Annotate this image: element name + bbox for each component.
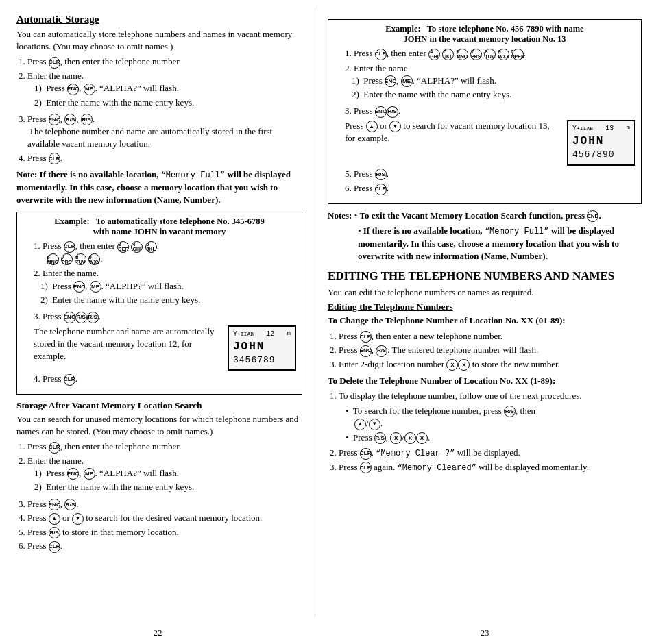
x-del3-btn: X — [416, 432, 428, 444]
automatic-storage-title: Automatic Storage — [16, 14, 302, 25]
example-box-auto-store: Example: To automatically store telephon… — [16, 212, 302, 395]
list-item: • To search for the telephone number, pr… — [346, 405, 642, 430]
display-name: JOHN — [233, 339, 291, 354]
list-item: Enter 2-digit location number XX to stor… — [339, 358, 642, 371]
display-indicator-r: m — [627, 124, 630, 134]
list-item: Press ENC, R/S, R/S. The telephone numbe… — [27, 113, 302, 151]
display-box-right: Y+IIAB 13 m JOHN 4567890 — [567, 120, 635, 166]
notes-header: Notes: • To exit the Vacant Memory Locat… — [328, 210, 642, 223]
btn-5jkl: 5JKL — [145, 241, 157, 253]
btn-r-6mno: 6MNO — [457, 49, 468, 60]
down-sav-btn: ▼ — [72, 513, 84, 525]
list-item: Y+IIAB 12 m JOHN 3456789 The telephone n… — [34, 325, 296, 371]
list-item: 1. Press CLR, then enter 4GHI 5JKL 6MNO … — [345, 47, 635, 60]
display-number-r: 4567890 — [572, 149, 630, 161]
example-box-vacant-search: Example: To store telephone No. 456-7890… — [328, 19, 642, 204]
notes-item2: • If there is no available location, “Me… — [358, 225, 642, 262]
display-box-left: Y+IIAB 12 m JOHN 3456789 — [228, 325, 296, 371]
delete-location-subtitle: To Delete the Telephone Number of Locati… — [328, 375, 642, 387]
clr-sav-btn: CLR — [49, 442, 60, 454]
enc-sav2-btn: ENC — [49, 499, 60, 510]
clr-btn2: CLR — [49, 153, 60, 164]
list-item: Press R/S to store in that memory locati… — [27, 526, 302, 539]
display-indicator: m — [287, 330, 291, 339]
btn-8tuv: 8TUV — [75, 253, 86, 265]
rs-btn2: R/S — [81, 114, 93, 125]
left-page-number: 22 — [0, 623, 315, 644]
clr-edit-btn: CLR — [360, 331, 372, 343]
display-loc: 12 — [266, 330, 274, 339]
list-item: Press CLR. — [27, 152, 302, 165]
rs-r2-btn: R/S — [375, 169, 387, 180]
storage-after-vacant-intro: You can search for unused memory locatio… — [16, 413, 302, 438]
example-steps: 1. Press CLR, then enter 3DEF 4GHI 5JKL … — [34, 240, 296, 386]
down-r-btn: ▼ — [389, 121, 401, 132]
display-line1: Y+IIAB 12 m — [233, 330, 291, 339]
rs-del2-btn: R/S — [374, 432, 386, 444]
me-btn: ME — [84, 84, 95, 95]
clr-del2-btn: CLR — [360, 462, 372, 473]
list-item: 2) Enter the name with the name entry ke… — [34, 481, 302, 493]
btn-4ghi: 4GHI — [131, 241, 143, 253]
enc-sav-btn: ENC — [67, 468, 79, 480]
list-item: 5. Press R/S. — [345, 168, 635, 181]
example-right-title: Example: To store telephone No. 456-7890… — [334, 24, 635, 45]
me-ex-btn: ME — [90, 281, 101, 293]
list-item: Press ENC, R/S. — [27, 498, 302, 511]
list-item: 2) Enter the name with the name entry ke… — [34, 97, 302, 109]
rs-edit-btn: R/S — [376, 345, 387, 357]
display-loc-r: 13 — [605, 124, 614, 134]
notes-section: Notes: • To exit the Vacant Memory Locat… — [328, 210, 642, 263]
list-item: Press CLR, then enter a new telephone nu… — [339, 330, 642, 343]
list-item: 2. Enter the name. 1) Press ENC, ME. “AL… — [34, 267, 296, 306]
enc-ex-btn: ENC — [73, 281, 85, 293]
clr-r-btn: CLR — [375, 49, 387, 60]
editing-numbers-subtitle: Editing the Telephone Numbers — [328, 301, 642, 312]
rs-btn: R/S — [64, 114, 76, 125]
list-item: 1) Press ENC, ME. “ALPHA?” will flash. — [34, 467, 302, 480]
list-item: 6. Press CLR. — [345, 182, 635, 195]
automatic-storage-intro: You can automatically store telephone nu… — [16, 28, 302, 53]
enc-edit-btn: ENC — [360, 345, 372, 357]
clr-r2-btn: CLR — [375, 184, 387, 195]
list-item: 4. Press CLR. — [34, 373, 296, 386]
rs-del-btn: R/S — [504, 406, 516, 417]
list-item: Press CLR. — [27, 540, 302, 553]
btn-r-0oper: 0OPER — [512, 49, 524, 60]
list-item: • Press R/S, X/XX. — [346, 432, 642, 445]
clr-ex3-btn: CLR — [64, 374, 75, 386]
btn-6mno: 6MNO — [47, 253, 59, 265]
list-item: Enter the name. 1) Press ENC, ME. “ALPHA… — [27, 455, 302, 494]
enc-r-btn: ENC — [385, 75, 396, 87]
list-item: Press CLR, then enter the telephone numb… — [27, 441, 302, 454]
list-item: Press CLR, then enter the telephone numb… — [27, 55, 302, 69]
storage-after-vacant-steps: Press CLR, then enter the telephone numb… — [27, 441, 302, 552]
list-item: To display the telephone number, follow … — [339, 390, 642, 444]
clr-del-btn: CLR — [360, 448, 372, 460]
list-item: Press CLR. “Memory Clear ?” will be disp… — [339, 447, 642, 460]
list-item: Press CLR again. “Memory Cleared” will b… — [339, 461, 642, 474]
btn-r-4ghi: 4GHI — [428, 49, 440, 60]
storage-after-vacant-title: Storage After Vacant Memory Location Sea… — [16, 400, 302, 411]
list-item: Press ▲ or ▼ to search for the desired v… — [27, 512, 302, 525]
rs-sav2-btn: R/S — [49, 527, 60, 538]
list-item: Y+IIAB 13 m JOHN 4567890 Press ▲ or ▼ to… — [345, 120, 635, 166]
enc-btn: ENC — [67, 84, 79, 95]
enc-btn2: ENC — [49, 114, 60, 125]
clr-ex-btn: CLR — [64, 241, 75, 253]
display-number: 3456789 — [233, 354, 291, 367]
list-item: Enter the name. 1) Press ENC, ME. “ALPHA… — [27, 70, 302, 109]
example-right-steps: 1. Press CLR, then enter 4GHI 5JKL 6MNO … — [345, 47, 635, 195]
rs-ex-btn: R/S — [75, 312, 87, 323]
display-mode-r: Y+IIAB — [572, 124, 593, 134]
editing-title: EDITING THE TELEPHONE NUMBERS AND NAMES — [328, 269, 642, 283]
btn-9wxy: 9WXY — [88, 253, 100, 265]
btn-r-5jkl: 5JKL — [442, 49, 454, 60]
list-item: 2) Enter the name with the name entry ke… — [40, 294, 296, 306]
x-btn2: X — [458, 359, 470, 371]
x-del2-btn: X — [404, 432, 416, 444]
x-btn1: X — [446, 359, 458, 371]
page-footer: 22 23 — [0, 623, 654, 644]
delete-location-steps: To display the telephone number, follow … — [339, 390, 642, 473]
editing-intro: You can edit the telephone numbers or na… — [328, 286, 642, 299]
